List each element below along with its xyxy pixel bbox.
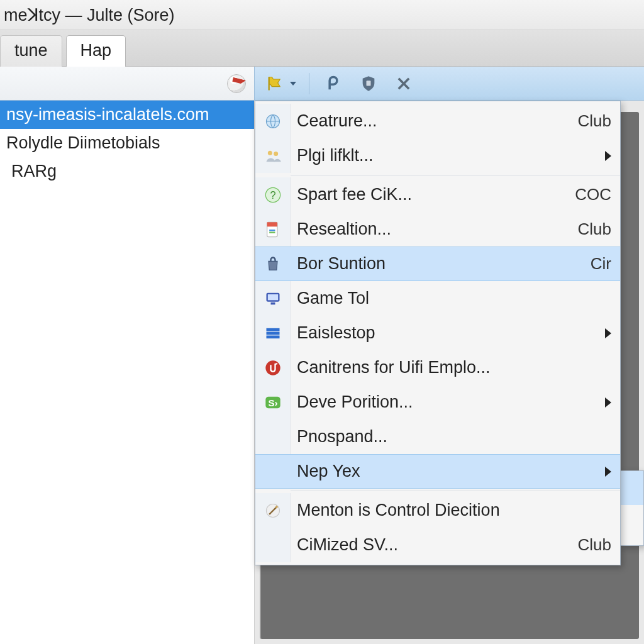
svg-rect-1 [367, 80, 371, 86]
sidebar-item-label: RARg [11, 162, 57, 180]
menu-separator [291, 175, 620, 175]
svg-rect-12 [267, 294, 277, 300]
menu-label: Ceatrure... [297, 111, 568, 131]
doc-color-icon [264, 221, 282, 238]
globe-icon [264, 113, 282, 130]
svg-rect-0 [269, 77, 270, 90]
menu-item-nep-yex[interactable]: Nep Yex [255, 454, 620, 489]
menu-separator [291, 491, 620, 491]
monitor-icon [264, 290, 282, 308]
menu-label: Spart fee CiK... [297, 185, 565, 204]
svg-rect-14 [266, 328, 279, 331]
tab-strip: tune Hap [0, 30, 644, 67]
menu-item-bor-suntion[interactable]: Bor Suntion Cir [255, 247, 620, 281]
menu-shortcut: COC [575, 185, 611, 204]
svg-rect-16 [266, 335, 279, 338]
menu-label: CiMized SV... [297, 535, 568, 555]
menu-label: Bor Suntion [297, 254, 580, 274]
red-note-icon [264, 359, 282, 377]
menu-shortcut: Club [578, 219, 611, 239]
toolbar [0, 67, 644, 101]
flag-dropdown[interactable] [264, 72, 296, 95]
sidebar-item[interactable]: nsy-imeasis-incalatels.com [0, 101, 254, 129]
rho-icon[interactable] [322, 72, 345, 95]
close-icon[interactable] [392, 72, 415, 95]
menu-shortcut: Club [578, 535, 611, 555]
menu-label: Deve Porition... [297, 392, 595, 412]
menu-item-resealtion[interactable]: Resealtion... Club [255, 212, 620, 247]
svg-point-4 [274, 152, 278, 156]
menu-item-plgi[interactable]: Plgi lifklt... [255, 138, 620, 173]
submenu-item[interactable] [620, 505, 643, 539]
tab-label: Hap [80, 41, 112, 60]
menu-item-eaislestop[interactable]: Eaislestop [255, 316, 620, 350]
submenu-arrow-icon [605, 397, 611, 408]
menu-item-ceatrure[interactable]: Ceatrure... Club [255, 104, 620, 138]
svg-point-17 [265, 360, 280, 375]
sidebar-item-label: nsy-imeasis-incalatels.com [6, 105, 209, 124]
bag-icon [264, 255, 282, 273]
question-icon: ? [264, 186, 282, 204]
tab-tune[interactable]: tune [0, 35, 62, 67]
menu-label: Eaislestop [297, 323, 595, 343]
bars-icon [264, 325, 282, 342]
menu-label: Menton is Control Diecition [297, 501, 611, 520]
context-menu: Ceatrure... Club Plgi lifklt... ? Spart … [255, 101, 621, 565]
submenu-arrow-icon [605, 328, 611, 338]
svg-text:S›: S› [268, 397, 277, 408]
submenu-arrow-icon [605, 467, 611, 477]
menu-label: Pnospand... [297, 427, 611, 447]
toolbar-left [0, 67, 255, 100]
submenu-item[interactable] [620, 471, 643, 505]
window-title: meꓘtcy — Julte (Sore) [4, 5, 175, 25]
sidebar: nsy-imeasis-incalatels.com Rolydle Diime… [0, 101, 255, 644]
svg-rect-9 [269, 230, 275, 231]
tab-hap[interactable]: Hap [66, 35, 126, 67]
submenu-arrow-icon [605, 151, 611, 161]
svg-rect-10 [269, 231, 275, 233]
menu-item-menton[interactable]: Menton is Control Diecition [255, 493, 620, 528]
sidebar-item[interactable]: RARg [0, 157, 254, 186]
menu-item-deve-porition[interactable]: S› Deve Porition... [255, 385, 620, 419]
menu-item-spart[interactable]: ? Spart fee CiK... COC [255, 177, 620, 212]
svg-point-3 [267, 150, 272, 155]
svg-rect-15 [266, 331, 279, 335]
menu-item-cimized[interactable]: CiMized SV... Club [255, 528, 620, 562]
toolbar-separator [309, 73, 309, 94]
svg-rect-8 [267, 222, 277, 226]
wand-icon [264, 502, 282, 519]
flag-icon[interactable] [264, 72, 286, 95]
menu-label: Nep Yex [297, 462, 595, 481]
menu-label: Game Tol [297, 289, 611, 308]
submenu [620, 470, 644, 546]
menu-label: Plgi lifklt... [297, 146, 595, 165]
menu-shortcut: Club [578, 111, 611, 131]
menu-label: Canitrens for Uifi Emplo... [297, 358, 611, 377]
sidebar-item-label: Rolydle Diimetobials [6, 133, 160, 152]
menu-item-canitrens[interactable]: Canitrens for Uifi Emplo... [255, 350, 620, 385]
title-bar: meꓘtcy — Julte (Sore) [0, 0, 644, 30]
svg-text:?: ? [270, 189, 275, 200]
tab-label: tune [14, 41, 48, 60]
menu-item-game-tol[interactable]: Game Tol [255, 281, 620, 316]
chevron-down-icon [290, 82, 296, 86]
toolbar-right [255, 72, 424, 95]
shield-icon[interactable] [357, 72, 380, 95]
sidebar-item[interactable]: Rolydle Diimetobials [0, 129, 254, 157]
people-icon [264, 147, 282, 165]
green-s-icon: S› [264, 394, 282, 411]
menu-shortcut: Cir [591, 254, 611, 274]
menu-label: Resealtion... [297, 219, 568, 239]
svg-rect-13 [270, 302, 275, 304]
menu-item-pnospand[interactable]: Pnospand... [255, 419, 620, 454]
ball-icon[interactable] [225, 72, 248, 95]
